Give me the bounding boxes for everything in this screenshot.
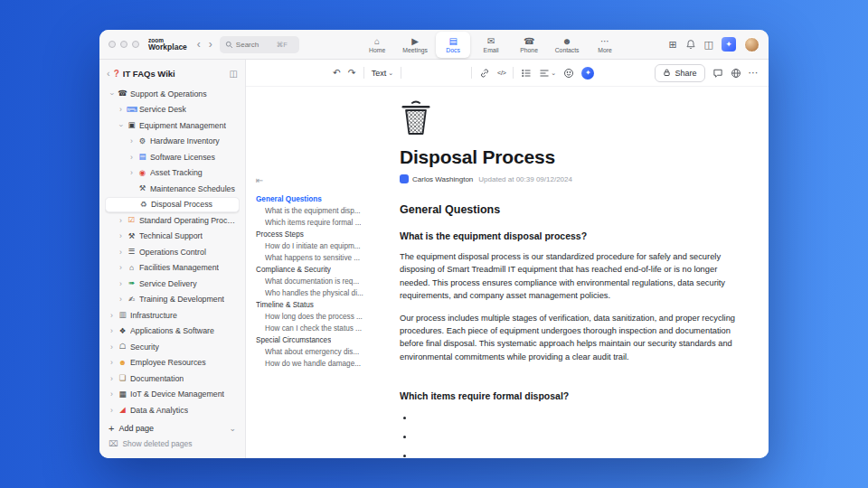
tree-item[interactable]: › ▣ Equipment Management: [105, 117, 240, 134]
window-controls: [108, 41, 139, 48]
expand-chevron-icon[interactable]: ›: [128, 154, 135, 161]
notifications-bell-icon[interactable]: [685, 39, 696, 50]
expand-chevron-icon[interactable]: ›: [108, 390, 115, 398]
toc-collapse-icon[interactable]: ⇤: [256, 175, 391, 185]
tree-item[interactable]: › ▥ Infrastructure: [105, 307, 240, 324]
expand-chevron-icon[interactable]: ›: [108, 312, 115, 319]
toc-item[interactable]: General Questions: [256, 193, 391, 205]
back-button[interactable]: ‹: [196, 39, 202, 50]
redo-button[interactable]: ↷: [348, 68, 356, 78]
expand-chevron-icon[interactable]: ›: [118, 217, 124, 224]
panel-toggle-icon[interactable]: ◫: [704, 40, 713, 50]
expand-chevron-icon[interactable]: ›: [118, 280, 124, 287]
apps-grid-icon[interactable]: ⊞: [668, 40, 676, 50]
text-style-dropdown[interactable]: Text ⌄: [372, 69, 393, 78]
share-button[interactable]: Share: [655, 64, 704, 82]
tree-item[interactable]: › ☑ Standard Operating Procedures: [105, 212, 240, 229]
tree-item[interactable]: › ✍ Training & Development: [105, 292, 240, 308]
toc-item[interactable]: How can I check the status ...: [256, 323, 391, 334]
tree-item[interactable]: › ♻ Disposal Process: [105, 197, 240, 213]
more-options-icon[interactable]: ⋯: [749, 68, 759, 78]
author-name: Carlos Washington: [412, 175, 473, 183]
tree-item[interactable]: › ▤ Software Licenses: [105, 149, 240, 165]
expand-chevron-icon[interactable]: ›: [118, 122, 125, 128]
tree-item[interactable]: › ◢ Data & Analytics: [105, 402, 240, 418]
tree-item[interactable]: › ▦ IoT & Device Management: [105, 387, 240, 403]
ai-sparkle-button[interactable]: ✦: [722, 37, 736, 52]
toc-item[interactable]: What about emergency dis...: [256, 346, 391, 358]
expand-chevron-icon[interactable]: ›: [118, 232, 124, 239]
expand-chevron-icon[interactable]: ›: [108, 327, 115, 334]
document-content[interactable]: Disposal Process Carlos Washington Updat…: [400, 87, 745, 458]
expand-chevron-icon[interactable]: ›: [118, 264, 124, 271]
collaborator-avatar[interactable]: [635, 67, 647, 80]
tree-item[interactable]: › ❏ Documentation: [105, 371, 240, 387]
alignment-dropdown[interactable]: ⌄: [539, 68, 556, 79]
globe-icon[interactable]: [731, 68, 741, 79]
toc-item[interactable]: Special Circumstances: [256, 334, 391, 346]
comment-icon[interactable]: [712, 68, 723, 79]
app-tab[interactable]: ☻ Contacts: [550, 32, 584, 58]
search-box[interactable]: ⌘F: [220, 36, 299, 53]
add-page-button[interactable]: + Add page ⌄: [105, 420, 240, 436]
toc-item[interactable]: What documentation is req...: [256, 276, 391, 287]
toc-item[interactable]: Timeline & Status: [256, 299, 391, 311]
app-tab[interactable]: ▤ Docs: [436, 32, 470, 58]
app-tab[interactable]: ☎ Phone: [512, 32, 546, 58]
toc-item[interactable]: How do I initiate an equipm...: [256, 240, 391, 252]
toc-item[interactable]: How do we handle damage...: [256, 358, 391, 370]
toc-item[interactable]: What happens to sensitive ...: [256, 252, 391, 264]
expand-chevron-icon[interactable]: ›: [108, 407, 115, 414]
emoji-icon[interactable]: [563, 68, 574, 79]
expand-chevron-icon[interactable]: ›: [108, 343, 115, 351]
tree-item[interactable]: › ❖ Applications & Software: [105, 324, 240, 340]
forward-button[interactable]: ›: [208, 39, 213, 50]
expand-chevron-icon[interactable]: ›: [118, 249, 124, 256]
zoom-workplace-window: zoom Workplace ‹ › ⌘F ⌂ Home ▶ Meet: [99, 30, 769, 458]
app-tab[interactable]: ⌂ Home: [360, 32, 394, 58]
app-tab[interactable]: ▶ Meetings: [398, 32, 432, 58]
toc-item[interactable]: Compliance & Security: [256, 264, 391, 276]
undo-button[interactable]: ↶: [333, 68, 341, 78]
tree-item-label: Facilities Management: [139, 263, 219, 272]
toc-item[interactable]: How long does the process ...: [256, 311, 391, 323]
close-window-button[interactable]: [108, 41, 116, 48]
expand-chevron-icon[interactable]: ›: [128, 169, 135, 176]
tree-item[interactable]: › ◉ Asset Tracking: [105, 165, 240, 182]
expand-chevron-icon[interactable]: ›: [118, 296, 124, 303]
inline-code-icon[interactable]: </>: [497, 69, 505, 77]
add-page-dropdown-icon[interactable]: ⌄: [229, 424, 236, 433]
bulleted-list-icon[interactable]: [521, 68, 532, 79]
toc-item[interactable]: What is the equipment disp...: [256, 205, 391, 217]
user-avatar[interactable]: [744, 37, 760, 52]
expand-chevron-icon[interactable]: ›: [108, 90, 116, 97]
sidebar-back-icon[interactable]: ‹: [107, 68, 110, 79]
show-deleted-pages-button[interactable]: ⌧ Show deleted pages: [105, 436, 240, 451]
link-icon[interactable]: [479, 68, 490, 79]
toc-item[interactable]: Which items require formal ...: [256, 217, 391, 229]
expand-chevron-icon[interactable]: ›: [118, 106, 124, 113]
toc-item[interactable]: Who handles the physical di...: [256, 287, 391, 299]
tree-item[interactable]: › ⌨ Service Desk: [105, 102, 240, 118]
sidebar-collapse-icon[interactable]: ◫: [230, 69, 238, 79]
tree-item[interactable]: › ⚒ Maintenance Schedules: [105, 181, 240, 197]
expand-chevron-icon[interactable]: ›: [108, 359, 115, 366]
toc-item[interactable]: Process Steps: [256, 229, 391, 240]
tree-item[interactable]: › ☻ Employee Resources: [105, 355, 240, 371]
tree-item[interactable]: › ➠ Service Delivery: [105, 276, 240, 292]
expand-chevron-icon[interactable]: ›: [108, 375, 115, 382]
tree-item[interactable]: › ☎ Support & Operations: [105, 86, 240, 102]
ai-companion-button[interactable]: ✦: [581, 67, 594, 80]
tree-item[interactable]: › ⌂ Facilities Management: [105, 260, 240, 277]
app-tab[interactable]: ✉ Email: [474, 32, 508, 58]
app-tab[interactable]: ⋯ More: [588, 32, 622, 58]
maximize-window-button[interactable]: [132, 41, 139, 48]
monitor-icon: ▣: [127, 121, 137, 129]
search-input[interactable]: [236, 41, 274, 49]
minimize-window-button[interactable]: [120, 41, 127, 48]
tree-item[interactable]: › ☖ Security: [105, 339, 240, 355]
expand-chevron-icon[interactable]: ›: [128, 137, 135, 145]
tree-item[interactable]: › ☰ Operations Control: [105, 244, 240, 260]
tree-item[interactable]: › ⚙ Hardware Inventory: [105, 134, 240, 150]
tree-item[interactable]: › ⚒ Technical Support: [105, 229, 240, 245]
